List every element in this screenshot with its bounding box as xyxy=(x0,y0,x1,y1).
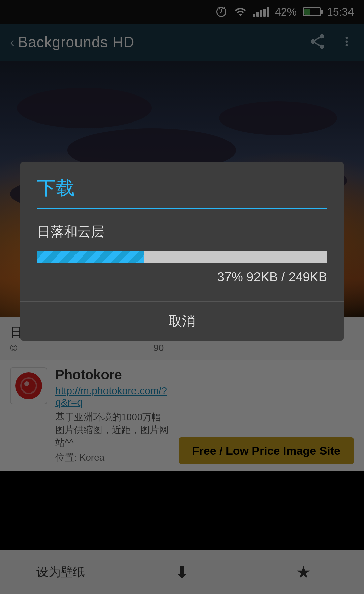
dialog-cancel-row: 取消 xyxy=(20,302,344,341)
dialog-title: 下载 xyxy=(37,176,327,201)
download-filename: 日落和云层 xyxy=(37,222,327,241)
dialog-body: 日落和云层 37% 92KB / 249KB xyxy=(20,209,344,298)
cancel-button[interactable]: 取消 xyxy=(169,312,195,330)
progress-bar-container xyxy=(37,251,327,263)
progress-stats-text: 37% 92KB / 249KB xyxy=(37,270,327,285)
dialog-title-row: 下载 xyxy=(20,162,344,208)
download-dialog: 下载 日落和云层 37% 92KB / 249KB 取消 xyxy=(20,162,344,341)
progress-bar-fill xyxy=(37,251,144,263)
